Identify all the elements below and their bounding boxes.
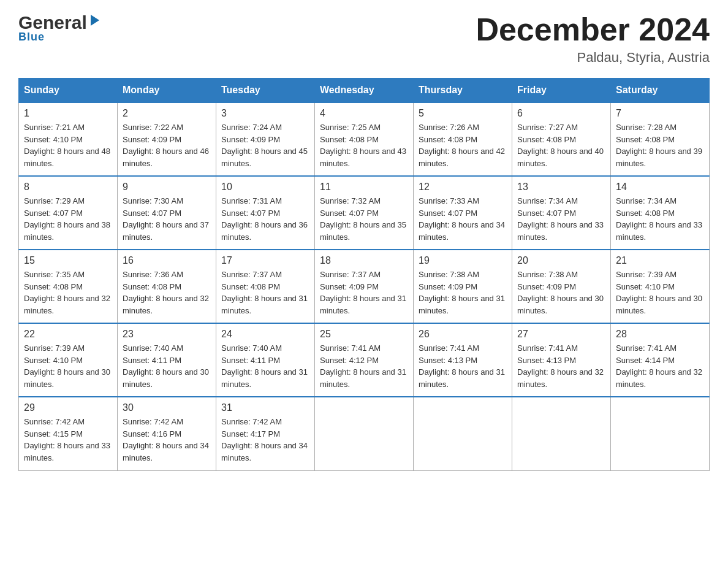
day-number: 4	[320, 108, 408, 119]
calendar-cell: 16 Sunrise: 7:36 AM Sunset: 4:08 PM Dayl…	[118, 250, 216, 323]
col-thursday: Thursday	[414, 79, 512, 103]
day-info: Sunrise: 7:28 AM Sunset: 4:08 PM Dayligh…	[616, 121, 704, 169]
sunset-label: Sunset: 4:09 PM	[517, 282, 576, 291]
calendar-cell: 22 Sunrise: 7:39 AM Sunset: 4:10 PM Dayl…	[19, 323, 118, 397]
calendar-cell: 23 Sunrise: 7:40 AM Sunset: 4:11 PM Dayl…	[118, 323, 216, 397]
day-number: 25	[320, 329, 408, 340]
sunrise-label: Sunrise: 7:39 AM	[24, 343, 85, 353]
day-number: 29	[24, 402, 112, 413]
day-number: 28	[616, 329, 704, 340]
day-info: Sunrise: 7:42 AM Sunset: 4:15 PM Dayligh…	[24, 416, 112, 464]
calendar-week-2: 8 Sunrise: 7:29 AM Sunset: 4:07 PM Dayli…	[19, 176, 710, 250]
sunrise-label: Sunrise: 7:24 AM	[221, 123, 282, 132]
calendar-cell: 30 Sunrise: 7:42 AM Sunset: 4:16 PM Dayl…	[118, 397, 216, 470]
day-number: 20	[517, 255, 605, 266]
day-info: Sunrise: 7:41 AM Sunset: 4:14 PM Dayligh…	[616, 342, 704, 390]
day-number: 22	[24, 329, 112, 340]
calendar-cell: 5 Sunrise: 7:26 AM Sunset: 4:08 PM Dayli…	[414, 102, 512, 176]
sunrise-label: Sunrise: 7:37 AM	[221, 270, 282, 279]
day-number: 9	[123, 182, 211, 193]
sunset-label: Sunset: 4:08 PM	[24, 282, 83, 291]
daylight-label: Daylight: 8 hours and 45 minutes.	[221, 147, 308, 168]
day-info: Sunrise: 7:35 AM Sunset: 4:08 PM Dayligh…	[24, 269, 112, 316]
sunrise-label: Sunrise: 7:40 AM	[123, 343, 183, 353]
day-number: 24	[221, 329, 309, 340]
day-info: Sunrise: 7:27 AM Sunset: 4:08 PM Dayligh…	[517, 121, 605, 169]
sunset-label: Sunset: 4:11 PM	[221, 356, 280, 365]
daylight-label: Daylight: 8 hours and 32 minutes.	[517, 367, 604, 389]
sunrise-label: Sunrise: 7:27 AM	[517, 123, 578, 132]
day-info: Sunrise: 7:33 AM Sunset: 4:07 PM Dayligh…	[419, 195, 507, 243]
day-number: 6	[517, 108, 605, 119]
calendar-cell	[414, 397, 512, 470]
sunrise-label: Sunrise: 7:35 AM	[24, 270, 85, 279]
calendar-cell: 7 Sunrise: 7:28 AM Sunset: 4:08 PM Dayli…	[611, 102, 710, 176]
day-info: Sunrise: 7:34 AM Sunset: 4:08 PM Dayligh…	[616, 195, 704, 243]
calendar-cell: 17 Sunrise: 7:37 AM Sunset: 4:08 PM Dayl…	[216, 250, 315, 323]
daylight-label: Daylight: 8 hours and 42 minutes.	[419, 147, 505, 168]
daylight-label: Daylight: 8 hours and 46 minutes.	[123, 147, 209, 168]
sunset-label: Sunset: 4:08 PM	[320, 135, 379, 144]
sunrise-label: Sunrise: 7:41 AM	[320, 343, 381, 353]
calendar-cell: 9 Sunrise: 7:30 AM Sunset: 4:07 PM Dayli…	[118, 176, 216, 250]
day-number: 18	[320, 255, 408, 266]
calendar-cell: 1 Sunrise: 7:21 AM Sunset: 4:10 PM Dayli…	[19, 102, 118, 176]
title-block: December 2024 Paldau, Styria, Austria	[476, 12, 710, 66]
day-number: 16	[123, 255, 211, 266]
sunrise-label: Sunrise: 7:38 AM	[419, 270, 479, 279]
calendar-cell: 2 Sunrise: 7:22 AM Sunset: 4:09 PM Dayli…	[118, 102, 216, 176]
calendar-cell: 31 Sunrise: 7:42 AM Sunset: 4:17 PM Dayl…	[216, 397, 315, 470]
sunrise-label: Sunrise: 7:34 AM	[517, 196, 578, 205]
sunset-label: Sunset: 4:08 PM	[616, 209, 675, 218]
calendar-cell: 14 Sunrise: 7:34 AM Sunset: 4:08 PM Dayl…	[611, 176, 710, 250]
sunset-label: Sunset: 4:12 PM	[320, 356, 379, 365]
day-info: Sunrise: 7:34 AM Sunset: 4:07 PM Dayligh…	[517, 195, 605, 243]
day-number: 7	[616, 108, 704, 119]
sunrise-label: Sunrise: 7:29 AM	[24, 196, 85, 205]
sunrise-label: Sunrise: 7:42 AM	[123, 417, 183, 426]
sunset-label: Sunset: 4:09 PM	[419, 282, 477, 291]
sunrise-label: Sunrise: 7:40 AM	[221, 343, 282, 353]
daylight-label: Daylight: 8 hours and 36 minutes.	[221, 220, 308, 242]
calendar-week-5: 29 Sunrise: 7:42 AM Sunset: 4:15 PM Dayl…	[19, 397, 710, 470]
day-number: 3	[221, 108, 309, 119]
day-info: Sunrise: 7:41 AM Sunset: 4:13 PM Dayligh…	[517, 342, 605, 390]
sunset-label: Sunset: 4:08 PM	[616, 135, 675, 144]
sunset-label: Sunset: 4:17 PM	[221, 429, 280, 439]
sunrise-label: Sunrise: 7:41 AM	[616, 343, 677, 353]
daylight-label: Daylight: 8 hours and 33 minutes.	[24, 441, 110, 462]
day-number: 15	[24, 255, 112, 266]
sunrise-label: Sunrise: 7:36 AM	[123, 270, 183, 279]
daylight-label: Daylight: 8 hours and 30 minutes.	[616, 294, 702, 315]
sunrise-label: Sunrise: 7:31 AM	[221, 196, 282, 205]
day-info: Sunrise: 7:37 AM Sunset: 4:09 PM Dayligh…	[320, 269, 408, 316]
daylight-label: Daylight: 8 hours and 39 minutes.	[616, 147, 702, 168]
day-info: Sunrise: 7:38 AM Sunset: 4:09 PM Dayligh…	[517, 269, 605, 316]
calendar-cell: 13 Sunrise: 7:34 AM Sunset: 4:07 PM Dayl…	[512, 176, 611, 250]
sunset-label: Sunset: 4:10 PM	[24, 135, 83, 144]
col-friday: Friday	[512, 79, 611, 103]
calendar-week-1: 1 Sunrise: 7:21 AM Sunset: 4:10 PM Dayli…	[19, 102, 710, 176]
sunrise-label: Sunrise: 7:22 AM	[123, 123, 183, 132]
calendar-cell: 8 Sunrise: 7:29 AM Sunset: 4:07 PM Dayli…	[19, 176, 118, 250]
sunset-label: Sunset: 4:11 PM	[123, 356, 181, 365]
sunrise-label: Sunrise: 7:21 AM	[24, 123, 85, 132]
day-info: Sunrise: 7:40 AM Sunset: 4:11 PM Dayligh…	[123, 342, 211, 390]
day-info: Sunrise: 7:25 AM Sunset: 4:08 PM Dayligh…	[320, 121, 408, 169]
calendar-header-row: Sunday Monday Tuesday Wednesday Thursday…	[19, 79, 710, 103]
calendar-cell: 21 Sunrise: 7:39 AM Sunset: 4:10 PM Dayl…	[611, 250, 710, 323]
sunset-label: Sunset: 4:10 PM	[24, 356, 83, 365]
day-number: 23	[123, 329, 211, 340]
sunrise-label: Sunrise: 7:42 AM	[24, 417, 85, 426]
sunset-label: Sunset: 4:13 PM	[419, 356, 477, 365]
sunrise-label: Sunrise: 7:25 AM	[320, 123, 381, 132]
daylight-label: Daylight: 8 hours and 48 minutes.	[24, 147, 110, 168]
daylight-label: Daylight: 8 hours and 30 minutes.	[123, 367, 209, 389]
calendar-cell: 28 Sunrise: 7:41 AM Sunset: 4:14 PM Dayl…	[611, 323, 710, 397]
day-info: Sunrise: 7:38 AM Sunset: 4:09 PM Dayligh…	[419, 269, 507, 316]
day-number: 14	[616, 182, 704, 193]
daylight-label: Daylight: 8 hours and 31 minutes.	[419, 367, 505, 389]
daylight-label: Daylight: 8 hours and 34 minutes.	[419, 220, 505, 242]
day-info: Sunrise: 7:22 AM Sunset: 4:09 PM Dayligh…	[123, 121, 211, 169]
calendar-cell: 27 Sunrise: 7:41 AM Sunset: 4:13 PM Dayl…	[512, 323, 611, 397]
